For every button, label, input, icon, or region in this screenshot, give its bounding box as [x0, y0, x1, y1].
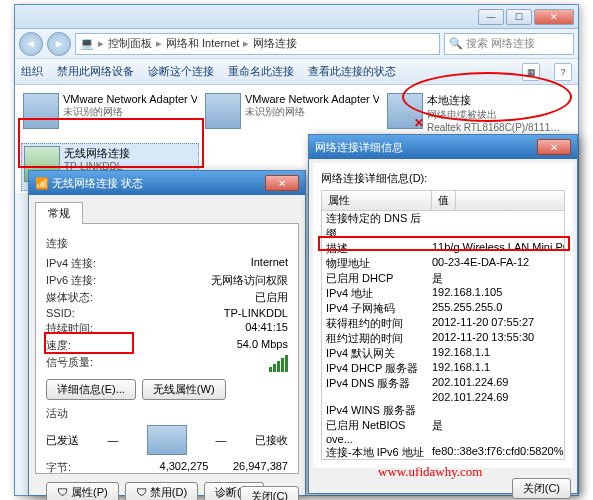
kv-key: IPv6 连接: — [46, 273, 96, 288]
kv-val: 04:41:15 — [245, 321, 288, 336]
val-cell: 202.101.224.69 — [432, 376, 564, 391]
table-row[interactable]: 物理地址00-23-4E-DA-FA-12 — [322, 256, 564, 271]
val-cell: 11b/g Wireless LAN Mini PCI Ex — [432, 241, 564, 256]
dash: — — [108, 434, 119, 446]
val-cell — [432, 211, 564, 241]
adapter-vmnet8[interactable]: VMware Network Adapter VMnet8 未识别的网络 — [203, 91, 381, 139]
kv-key: 速度: — [46, 338, 71, 353]
val-cell: 202.101.224.69 — [432, 391, 564, 403]
table-row[interactable]: IPv4 子网掩码255.255.255.0 — [322, 301, 564, 316]
back-button[interactable]: ◄ — [19, 32, 43, 56]
val-cell: 是 — [432, 418, 564, 445]
table-row[interactable]: 已启用 NetBIOS ove...是 — [322, 418, 564, 445]
toolbar-disable[interactable]: 禁用此网络设备 — [57, 64, 134, 79]
connection-details-dialog: 网络连接详细信息 ✕ 网络连接详细信息(D): 属性 值 连接特定的 DNS 后… — [308, 134, 578, 494]
breadcrumb[interactable]: 💻 ▸ 控制面板 ▸ 网络和 Internet ▸ 网络连接 — [75, 33, 440, 55]
maximize-button[interactable]: ☐ — [506, 9, 532, 25]
status-close-button[interactable]: ✕ — [265, 175, 299, 191]
adapter-icon — [205, 93, 241, 129]
help-icon[interactable]: ? — [554, 63, 572, 81]
adapter-sub: 未识别的网络 — [63, 105, 197, 119]
adapter-local[interactable]: 本地连接 网络电缆被拔出 Realtek RTL8168C(P)/8111C..… — [385, 91, 563, 139]
table-row[interactable]: 连接特定的 DNS 后缀 — [322, 211, 564, 241]
details-title: 网络连接详细信息 — [315, 140, 403, 155]
kv-key: SSID: — [46, 307, 75, 319]
toolbar-rename[interactable]: 重命名此连接 — [228, 64, 294, 79]
search-placeholder: 搜索 网络连接 — [466, 36, 535, 51]
adapter-sub: 未识别的网络 — [245, 105, 379, 119]
wireless-status-dialog: 📶 无线网络连接 状态 ✕ 常规 连接 IPv4 连接:Internet IPv… — [28, 170, 306, 496]
kv-val: 无网络访问权限 — [211, 273, 288, 288]
address-bar: ◄ ► 💻 ▸ 控制面板 ▸ 网络和 Internet ▸ 网络连接 🔍 搜索 … — [15, 29, 578, 59]
status-titlebar: 📶 无线网络连接 状态 ✕ — [29, 171, 305, 195]
col-property[interactable]: 属性 — [322, 191, 432, 210]
val-cell: 192.168.1.1 — [432, 361, 564, 376]
val-cell — [432, 403, 564, 418]
kv-key: 媒体状态: — [46, 290, 93, 305]
view-icon[interactable]: ▦ — [522, 63, 540, 81]
details-table: 属性 值 连接特定的 DNS 后缀描述11b/g Wireless LAN Mi… — [321, 190, 565, 460]
breadcrumb-item[interactable]: 控制面板 — [108, 36, 152, 51]
close-button[interactable]: ✕ — [534, 9, 574, 25]
adapter-sub: 网络电缆被拔出 — [427, 108, 561, 122]
val-cell: 2012-11-20 13:55:30 — [432, 331, 564, 346]
table-row[interactable]: IPv4 默认网关192.168.1.1 — [322, 346, 564, 361]
prop-cell: 获得租约的时间 — [322, 316, 432, 331]
table-row[interactable]: 租约过期的时间2012-11-20 13:55:30 — [322, 331, 564, 346]
status-close2-button[interactable]: 关闭(C) — [240, 486, 299, 500]
kv-val: 已启用 — [255, 290, 288, 305]
network-icon: 💻 — [80, 37, 94, 50]
toolbar-diagnose[interactable]: 诊断这个连接 — [148, 64, 214, 79]
toolbar: 组织 禁用此网络设备 诊断这个连接 重命名此连接 查看此连接的状态 ▦ ? — [15, 59, 578, 85]
kv-val: TP-LINKDDL — [224, 307, 288, 319]
bytes-label: 字节: — [46, 460, 71, 475]
search-input[interactable]: 🔍 搜索 网络连接 — [444, 33, 574, 55]
kv-key: 持续时间: — [46, 321, 93, 336]
prop-cell: 描述 — [322, 241, 432, 256]
table-row[interactable]: 已启用 DHCP是 — [322, 271, 564, 286]
forward-button[interactable]: ► — [47, 32, 71, 56]
wireless-props-button[interactable]: 无线属性(W) — [142, 379, 226, 400]
minimize-button[interactable]: — — [478, 9, 504, 25]
details-close-button[interactable]: ✕ — [537, 139, 571, 155]
search-icon: 🔍 — [449, 37, 463, 50]
properties-button[interactable]: 🛡 属性(P) — [46, 482, 119, 500]
tab-general[interactable]: 常规 — [35, 202, 83, 224]
activity-section: 活动 — [46, 406, 288, 421]
prop-cell: 物理地址 — [322, 256, 432, 271]
table-row[interactable]: IPv4 WINS 服务器 — [322, 403, 564, 418]
adapter-icon — [23, 93, 59, 129]
status-title: 无线网络连接 状态 — [52, 176, 143, 191]
connection-section: 连接 — [46, 236, 288, 251]
table-row[interactable]: 202.101.224.69 — [322, 391, 564, 403]
details-label: 网络连接详细信息(D): — [321, 171, 565, 186]
prop-cell — [322, 391, 432, 403]
table-row[interactable]: IPv4 DHCP 服务器192.168.1.1 — [322, 361, 564, 376]
table-row[interactable]: 描述11b/g Wireless LAN Mini PCI Ex — [322, 241, 564, 256]
tab-strip: 常规 — [35, 201, 299, 224]
col-value[interactable]: 值 — [432, 191, 456, 210]
details-close2-button[interactable]: 关闭(C) — [512, 478, 571, 499]
sent-label: 已发送 — [46, 433, 79, 448]
table-row[interactable]: 连接-本地 IPv6 地址fe80::38e3:f76:cfd0:5820%13 — [322, 445, 564, 460]
val-cell: 192.168.1.1 — [432, 346, 564, 361]
table-row[interactable]: 获得租约的时间2012-11-20 07:55:27 — [322, 316, 564, 331]
prop-cell: IPv4 子网掩码 — [322, 301, 432, 316]
watermark: www.ufidawhy.com — [378, 464, 482, 480]
disable-button[interactable]: 🛡 禁用(D) — [125, 482, 198, 500]
breadcrumb-item[interactable]: 网络连接 — [253, 36, 297, 51]
breadcrumb-item[interactable]: 网络和 Internet — [166, 36, 239, 51]
toolbar-status[interactable]: 查看此连接的状态 — [308, 64, 396, 79]
wifi-bars-icon: 📶 — [35, 177, 49, 190]
details-button[interactable]: 详细信息(E)... — [46, 379, 136, 400]
table-row[interactable]: IPv4 地址192.168.1.105 — [322, 286, 564, 301]
bytes-recv: 26,947,387 — [233, 460, 288, 472]
prop-cell: 连接特定的 DNS 后缀 — [322, 211, 432, 241]
val-cell: 00-23-4E-DA-FA-12 — [432, 256, 564, 271]
val-cell: 192.168.1.105 — [432, 286, 564, 301]
table-row[interactable]: IPv4 DNS 服务器202.101.224.69 — [322, 376, 564, 391]
status-body: 连接 IPv4 连接:Internet IPv6 连接:无网络访问权限 媒体状态… — [35, 224, 299, 474]
adapter-vmnet1[interactable]: VMware Network Adapter VMnet1 未识别的网络 — [21, 91, 199, 139]
toolbar-organize[interactable]: 组织 — [21, 64, 43, 79]
prop-cell: 已启用 NetBIOS ove... — [322, 418, 432, 445]
